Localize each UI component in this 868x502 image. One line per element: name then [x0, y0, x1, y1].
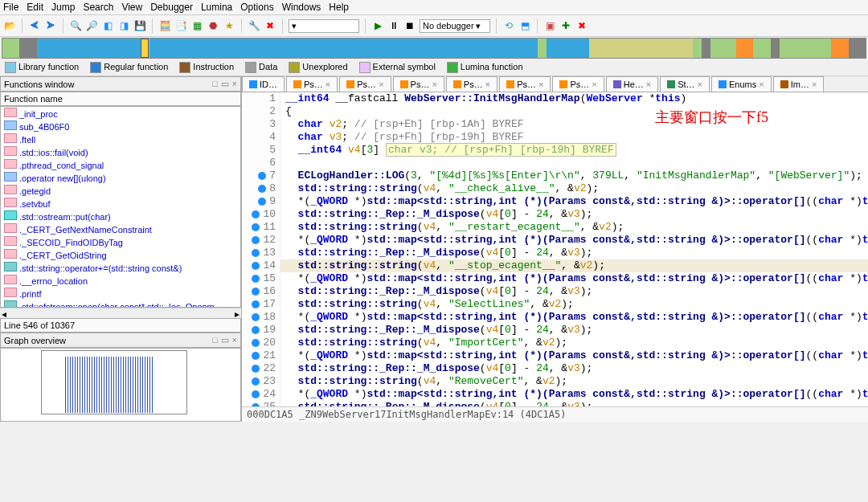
code-line[interactable]: 23 std::string::string(v4, "RemoveCert",…: [242, 375, 868, 388]
nav-position-marker[interactable]: [141, 39, 149, 58]
tool-icon[interactable]: ▣: [543, 19, 556, 32]
stop-icon[interactable]: ⏹: [403, 19, 416, 32]
back-icon[interactable]: ⮜: [28, 19, 41, 32]
save-icon[interactable]: 💾: [133, 19, 146, 32]
pseudocode-view[interactable]: 1 __int64 __fastcall WebServer::InitMsgH…: [242, 92, 868, 406]
code-line[interactable]: 20 std::string::string(v4, "ImportCert",…: [242, 337, 868, 349]
close-icon[interactable]: ×: [432, 80, 436, 89]
gutter[interactable]: 3: [242, 118, 280, 131]
navigation-band[interactable]: [2, 38, 866, 59]
gutter[interactable]: 11: [242, 221, 280, 234]
menu-debugger[interactable]: Debugger: [150, 2, 193, 13]
code-line[interactable]: 5 __int64 v4[3] char v3; // [rsp+Fh] [rb…: [242, 144, 868, 157]
code-line[interactable]: 9 *(_QWORD *)std::map<std::string,int (*…: [242, 195, 868, 208]
float-icon[interactable]: ▭: [221, 335, 229, 345]
function-item[interactable]: .ftell: [1, 133, 240, 145]
menu-view[interactable]: View: [121, 2, 142, 13]
tool-icon[interactable]: ⬒: [518, 19, 531, 32]
close-icon[interactable]: ×: [592, 80, 596, 89]
close-icon[interactable]: ×: [232, 335, 237, 345]
menu-options[interactable]: Options: [240, 2, 273, 13]
code-line[interactable]: 10 std::string::_Rep::_M_dispose(v4[0] -…: [242, 208, 868, 221]
close-icon[interactable]: ×: [485, 80, 490, 89]
tab-Ps…[interactable]: Ps… ×: [339, 76, 391, 92]
functions-list[interactable]: _init_procsub_4B06F0.ftell.std::ios::fai…: [0, 106, 241, 308]
function-item[interactable]: ._CERT_GetNextNameConstraint: [1, 222, 240, 235]
minimize-icon[interactable]: □: [212, 335, 218, 345]
gutter[interactable]: 22: [242, 362, 280, 375]
menu-file[interactable]: File: [3, 2, 18, 13]
tool-icon[interactable]: ⬣: [207, 19, 219, 32]
code-line[interactable]: 15 *(_QWORD *)std::map<std::string,int (…: [242, 272, 868, 285]
gutter[interactable]: 18: [242, 311, 280, 324]
function-item[interactable]: _init_proc: [1, 107, 240, 120]
code-line[interactable]: 2 {: [242, 105, 868, 118]
code-line[interactable]: 18 *(_QWORD *)std::map<std::string,int (…: [242, 311, 868, 324]
menu-windows[interactable]: Windows: [282, 2, 321, 13]
debugger-select[interactable]: No debugger ▾: [420, 19, 490, 33]
menu-lumina[interactable]: Lumina: [201, 2, 232, 13]
close-icon[interactable]: ✖: [575, 19, 588, 32]
close-icon[interactable]: ×: [698, 80, 702, 89]
code-line[interactable]: 17 std::string::string(v4, "SelectLines"…: [242, 298, 868, 311]
tab-He…[interactable]: He… ×: [606, 76, 659, 92]
tool-icon[interactable]: 🧮: [158, 19, 171, 32]
tab-Ps…[interactable]: Ps… ×: [286, 76, 338, 92]
gutter[interactable]: 14: [242, 259, 280, 272]
gutter[interactable]: 9: [242, 195, 280, 208]
gutter[interactable]: 8: [242, 182, 280, 195]
func-scrollbar[interactable]: ◂▸: [0, 308, 241, 318]
code-line[interactable]: 8 std::string::string(v4, "__check_alive…: [242, 182, 868, 195]
graph-overview-title[interactable]: Graph overview □ ▭ ×: [0, 333, 241, 348]
run-icon[interactable]: ▶: [371, 19, 384, 32]
gutter[interactable]: 10: [242, 208, 280, 221]
function-item[interactable]: .std::ios::fail(void): [1, 145, 240, 158]
tool-icon[interactable]: ◧: [101, 19, 114, 32]
function-item[interactable]: ._CERT_GetOidString: [1, 248, 240, 261]
gutter[interactable]: 15: [242, 272, 280, 285]
gutter[interactable]: 6: [242, 157, 280, 169]
close-icon[interactable]: ×: [538, 80, 543, 89]
close-icon[interactable]: ×: [812, 80, 817, 89]
open-icon[interactable]: 📂: [3, 19, 16, 32]
menu-bar[interactable]: FileEditJumpSearchViewDebuggerLuminaOpti…: [0, 0, 868, 15]
gutter[interactable]: 7: [242, 169, 280, 182]
function-item[interactable]: .std::ostream::put(char): [1, 210, 240, 222]
code-line[interactable]: 14 std::string::string(v4, "__stop_ecage…: [242, 259, 868, 272]
function-item[interactable]: sub_4B06F0: [1, 120, 240, 133]
code-line[interactable]: 16 std::string::_Rep::_M_dispose(v4[0] -…: [242, 285, 868, 298]
gutter[interactable]: 25: [242, 401, 280, 406]
code-line[interactable]: 7 ECLogHandler::LOG(3, "[%4d][%s]%s[Ente…: [242, 169, 868, 182]
tab-Ps…[interactable]: Ps… ×: [552, 76, 604, 92]
functions-window-title[interactable]: Functions window □ ▭ ×: [0, 76, 241, 92]
code-line[interactable]: 3 char v2; // [rsp+Eh] [rbp-1Ah] BYREF: [242, 118, 868, 131]
tool-icon[interactable]: 🔍: [69, 19, 82, 32]
close-icon[interactable]: ×: [759, 80, 764, 89]
graph-overview[interactable]: [0, 348, 241, 422]
tool-icon[interactable]: ◨: [117, 19, 130, 32]
gutter[interactable]: 12: [242, 234, 280, 247]
function-item[interactable]: .pthread_cond_signal: [1, 158, 240, 171]
close-icon[interactable]: ×: [326, 80, 330, 89]
gutter[interactable]: 1: [242, 92, 280, 105]
function-item[interactable]: .operator new[](ulong): [1, 171, 240, 184]
tab-Ps…[interactable]: Ps… ×: [499, 76, 551, 92]
menu-help[interactable]: Help: [329, 2, 349, 13]
menu-jump[interactable]: Jump: [51, 2, 75, 13]
gutter[interactable]: 13: [242, 247, 280, 259]
function-col-header[interactable]: Function name: [0, 92, 241, 106]
tab-ID…[interactable]: ID…: [242, 76, 285, 92]
tab-St…[interactable]: St… ×: [660, 76, 710, 92]
tool-icon[interactable]: 🔎: [85, 19, 98, 32]
code-line[interactable]: 4 char v3; // [rsp+Fh] [rbp-19h] BYREF: [242, 131, 868, 144]
code-line[interactable]: 24 *(_QWORD *)std::map<std::string,int (…: [242, 388, 868, 401]
code-line[interactable]: 12 *(_QWORD *)std::map<std::string,int (…: [242, 234, 868, 247]
code-line[interactable]: 11 std::string::string(v4, "__restart_ec…: [242, 221, 868, 234]
function-item[interactable]: .std::string::operator+=(std::string con…: [1, 261, 240, 274]
function-item[interactable]: .getegid: [1, 184, 240, 197]
tool-icon[interactable]: 🔧: [248, 19, 260, 32]
gutter[interactable]: 23: [242, 375, 280, 388]
gutter[interactable]: 16: [242, 285, 280, 298]
plus-icon[interactable]: ✚: [559, 19, 572, 32]
gutter[interactable]: 19: [242, 324, 280, 337]
